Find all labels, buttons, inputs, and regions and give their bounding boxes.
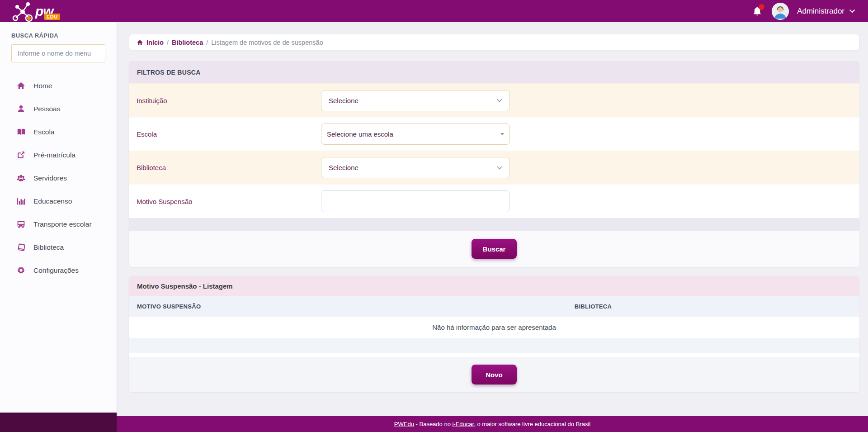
users-icon — [16, 173, 26, 183]
library-select[interactable]: Selecione — [321, 157, 510, 178]
filter-row-motivo-suspensao: Motivo Suspensão — [129, 184, 859, 218]
listing-card: Motivo Suspensão - Listagem MOTIVO SUSPE… — [129, 276, 859, 392]
sidebar-item-configuracoes[interactable]: Configurações — [0, 259, 117, 282]
filter-row-instituicao: Instituição Selecione — [129, 83, 859, 117]
sidebar-item-label: Pré-matrícula — [33, 151, 75, 159]
notifications-button[interactable] — [752, 5, 764, 17]
sidebar-item-pessoas[interactable]: Pessoas — [0, 97, 117, 120]
bar-chart-icon — [16, 196, 26, 206]
sidebar-menu: Home Pessoas Escola — [0, 74, 117, 282]
sidebar-item-label: Transporte escolar — [33, 220, 92, 228]
filter-card-title: FILTROS DE BUSCA — [129, 61, 859, 83]
footer-text: , o maior software livre educacional do … — [474, 421, 590, 427]
breadcrumb-separator: / — [206, 39, 208, 46]
new-button[interactable]: Novo — [472, 365, 517, 385]
empty-state-message: Não há informação para ser apresentada — [129, 317, 859, 338]
page-footer: PWEdu - Baseado no i-Educar, o maior sof… — [117, 416, 868, 432]
bell-icon — [752, 11, 763, 19]
chevron-down-icon — [497, 99, 502, 102]
topbar: pw EDU Administrador — [0, 0, 868, 22]
chevron-down-icon — [497, 166, 502, 170]
sidebar: BUSCA RÁPIDA Home Pessoas — [0, 22, 117, 432]
field-label: Biblioteca — [137, 164, 321, 171]
brand-sub-badge: EDU — [44, 14, 60, 20]
triangle-down-icon — [500, 133, 504, 135]
search-button[interactable]: Buscar — [472, 239, 517, 259]
table-stripe-row — [129, 338, 859, 353]
sidebar-item-label: Servidores — [33, 174, 67, 182]
breadcrumb-current-page: Listagem de motivos de de suspensão — [211, 39, 323, 46]
sidebar-item-label: Biblioteca — [33, 243, 64, 252]
open-book-icon — [16, 127, 26, 137]
sidebar-item-escola[interactable]: Escola — [0, 120, 117, 143]
app-logo[interactable]: pw EDU — [12, 1, 53, 22]
breadcrumb-separator: / — [167, 39, 169, 46]
share-icon — [16, 150, 26, 160]
field-label: Escola — [137, 130, 321, 138]
sidebar-item-label: Home — [33, 82, 52, 90]
sidebar-item-label: Educacenso — [33, 197, 72, 205]
sidebar-item-label: Escola — [33, 128, 55, 136]
filter-card-footer: Buscar — [129, 231, 859, 267]
user-name: Administrador — [797, 7, 844, 16]
bus-icon — [16, 219, 26, 229]
quick-search-label: BUSCA RÁPIDA — [0, 32, 117, 44]
sidebar-item-transporte[interactable]: Transporte escolar — [0, 213, 117, 236]
sidebar-item-label: Pessoas — [33, 105, 60, 113]
institution-select[interactable]: Selecione — [321, 90, 510, 111]
filter-row-escola: Escola Selecione uma escola — [129, 117, 859, 151]
sidebar-footer-strip — [0, 413, 117, 432]
home-icon[interactable] — [137, 39, 143, 46]
brand-molecule-icon — [12, 1, 34, 22]
i-educar-link[interactable]: i-Educar — [452, 421, 474, 427]
gear-icon — [16, 266, 26, 275]
avatar[interactable] — [772, 3, 789, 20]
filter-card: FILTROS DE BUSCA Instituição Selecione E… — [129, 61, 859, 267]
notification-badge — [759, 4, 764, 10]
breadcrumb: Início / Biblioteca / Listagem de motivo… — [129, 34, 859, 51]
table-gap — [129, 353, 859, 357]
field-label: Motivo Suspensão — [137, 198, 321, 205]
footer-text: - Baseado no — [414, 421, 453, 427]
table-header-row: MOTIVO SUSPENSÃO BIBLIOTECA — [129, 296, 859, 317]
select-value: Selecione — [329, 164, 359, 171]
select-value: Selecione — [329, 97, 359, 104]
chevron-down-icon — [849, 9, 855, 13]
sidebar-item-educacenso[interactable]: Educacenso — [0, 190, 117, 213]
listing-card-title: Motivo Suspensão - Listagem — [129, 276, 859, 296]
person-icon — [16, 104, 26, 114]
listing-card-footer: Novo — [129, 357, 859, 392]
column-header-biblioteca: BIBLIOTECA — [575, 303, 612, 310]
suspension-reason-input[interactable] — [321, 190, 510, 212]
sidebar-item-home[interactable]: Home — [0, 74, 117, 97]
filter-row-biblioteca: Biblioteca Selecione — [129, 151, 859, 184]
school-select[interactable]: Selecione uma escola — [321, 123, 510, 145]
sidebar-item-pre-matricula[interactable]: Pré-matrícula — [0, 143, 117, 166]
filter-card-divider — [129, 218, 859, 231]
column-header-motivo: MOTIVO SUSPENSÃO — [129, 303, 575, 310]
main-area: Início / Biblioteca / Listagem de motivo… — [117, 22, 868, 432]
book-icon — [16, 242, 26, 252]
user-menu[interactable]: Administrador — [797, 7, 855, 16]
select-value: Selecione uma escola — [327, 130, 393, 138]
breadcrumb-inicio[interactable]: Início — [146, 39, 164, 46]
field-label: Instituição — [137, 97, 321, 104]
sidebar-item-label: Configurações — [33, 266, 79, 275]
menu-search-input[interactable] — [11, 44, 105, 62]
sidebar-item-servidores[interactable]: Servidores — [0, 166, 117, 190]
sidebar-item-biblioteca[interactable]: Biblioteca — [0, 236, 117, 259]
breadcrumb-biblioteca[interactable]: Biblioteca — [172, 39, 203, 46]
home-icon — [16, 81, 26, 90]
pwedu-link[interactable]: PWEdu — [394, 421, 414, 427]
